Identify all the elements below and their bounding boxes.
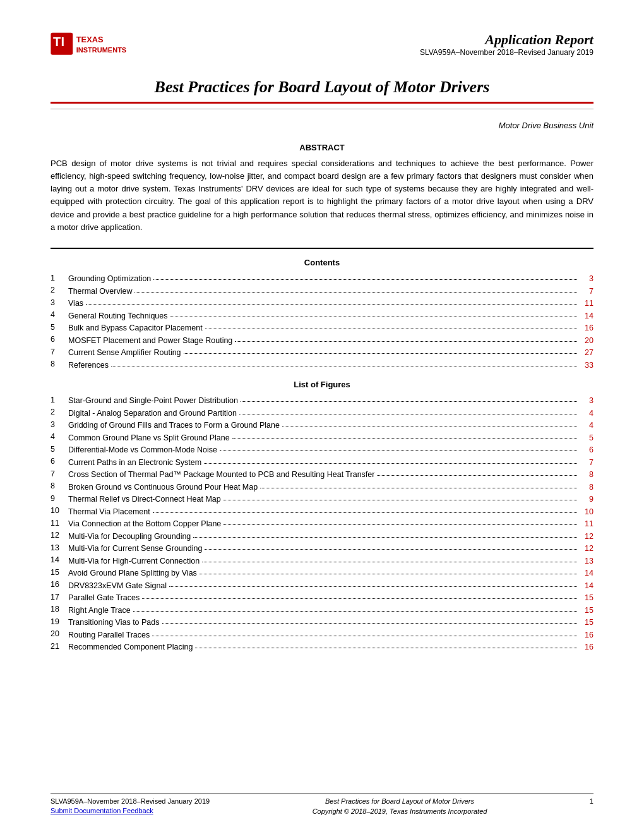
- title-separator: [51, 109, 593, 109]
- lof-row-num: 14: [51, 554, 68, 567]
- toc-row-content: Grounding Optimization 3: [68, 272, 593, 285]
- lof-row-content: Differential-Mode vs Common-Mode Noise 6: [68, 444, 593, 456]
- lof-row: 5 Differential-Mode vs Common-Mode Noise…: [51, 444, 593, 456]
- page: TI TEXAS INSTRUMENTS Application Report …: [0, 0, 644, 834]
- footer-doc-id: SLVA959A–November 2018–Revised January 2…: [51, 797, 210, 805]
- lof-row-content: Common Ground Plane vs Split Ground Plan…: [68, 431, 593, 444]
- lof-row-page: 16: [580, 631, 593, 639]
- lof-row-page: 15: [580, 618, 593, 627]
- lof-row-label: Recommended Component Placing: [68, 643, 193, 651]
- footer-page-num: 1: [590, 797, 593, 805]
- lof-row-num: 7: [51, 468, 68, 481]
- lof-dots: [377, 468, 577, 476]
- toc-row-page: 3: [580, 274, 593, 283]
- footer-copyright: Copyright © 2018–2019, Texas Instruments…: [313, 807, 487, 815]
- lof-row-num: 12: [51, 529, 68, 542]
- toc-row: 2 Thermal Overview 7: [51, 284, 593, 297]
- toc-row-page: 20: [580, 336, 593, 345]
- toc-dots: [184, 346, 577, 354]
- lof-row-page: 14: [580, 569, 593, 577]
- lof-row: 17 Parallel Gate Traces 15: [51, 591, 593, 604]
- toc-row-num: 5: [51, 322, 68, 334]
- lof-row: 18 Right Angle Trace 15: [51, 603, 593, 616]
- lof-row: 4 Common Ground Plane vs Split Ground Pl…: [51, 431, 593, 444]
- lof-row-page: 9: [580, 495, 593, 504]
- lof-dots: [205, 542, 577, 550]
- lof-row: 2 Digital - Analog Separation and Ground…: [51, 406, 593, 419]
- abstract-divider: [51, 248, 593, 249]
- footer-doc-title: Best Practices for Board Layout of Motor…: [313, 797, 487, 805]
- lof-row: 15 Avoid Ground Plane Splitting by Vias …: [51, 567, 593, 579]
- lof-row-label: Broken Ground vs Continuous Ground Pour …: [68, 483, 258, 492]
- lof-row-num: 5: [51, 444, 68, 456]
- lof-row-num: 18: [51, 603, 68, 616]
- svg-text:TEXAS: TEXAS: [76, 35, 104, 44]
- toc-row-content: Thermal Overview 7: [68, 284, 593, 297]
- svg-text:INSTRUMENTS: INSTRUMENTS: [76, 46, 126, 54]
- lof-row: 10 Thermal Via Placement 10: [51, 505, 593, 517]
- logo-area: TI TEXAS INSTRUMENTS: [51, 32, 126, 66]
- lof-row-page: 5: [580, 433, 593, 442]
- lof-row-label: Avoid Ground Plane Splitting by Vias: [68, 569, 197, 577]
- lof-row-page: 3: [580, 396, 593, 405]
- lof-row-page: 15: [580, 593, 593, 602]
- toc-row-label: Thermal Overview: [68, 287, 132, 296]
- lof-row-num: 2: [51, 406, 68, 419]
- abstract-body: PCB design of motor drive systems is not…: [51, 157, 593, 234]
- toc-row-page: 16: [580, 323, 593, 332]
- lof-row-num: 20: [51, 628, 68, 641]
- lof-row-content: Broken Ground vs Continuous Ground Pour …: [68, 480, 593, 493]
- lof-dots: [200, 567, 577, 575]
- toc-row-num: 3: [51, 297, 68, 310]
- lof-row-label: Parallel Gate Traces: [68, 593, 140, 602]
- lof-row-content: Multi-Via for Decoupling Grounding 12: [68, 529, 593, 542]
- lof-row-page: 4: [580, 409, 593, 418]
- toc-row: 7 Current Sense Amplifier Routing 27: [51, 346, 593, 359]
- lof-section: List of Figures 1 Star-Ground and Single…: [51, 380, 593, 653]
- lof-dots: [241, 394, 577, 402]
- lof-row-page: 10: [580, 507, 593, 516]
- lof-row-page: 8: [580, 483, 593, 492]
- lof-row-page: 6: [580, 445, 593, 454]
- toc-row-page: 27: [580, 348, 593, 357]
- svg-text:TI: TI: [53, 35, 64, 49]
- toc-row-content: Vias 11: [68, 297, 593, 310]
- lof-row-label: Via Connection at the Bottom Copper Plan…: [68, 519, 221, 528]
- lof-row-num: 6: [51, 456, 68, 468]
- lof-row-page: 16: [580, 643, 593, 651]
- lof-row-label: Gridding of Ground Fills and Traces to F…: [68, 421, 280, 430]
- toc-row: 1 Grounding Optimization 3: [51, 272, 593, 285]
- lof-row-label: Cross Section of Thermal Pad™ Package Mo…: [68, 470, 374, 479]
- submit-feedback-link[interactable]: Submit Documentation Feedback: [51, 807, 210, 814]
- toc-row-content: Bulk and Bypass Capacitor Placement 16: [68, 322, 593, 334]
- toc-row-label: MOSFET Placement and Power Stage Routing: [68, 336, 232, 345]
- app-report-block: Application Report SLVA959A–November 201…: [420, 32, 593, 57]
- lof-dots: [142, 591, 577, 600]
- toc-row-num: 6: [51, 334, 68, 346]
- toc-row-label: Bulk and Bypass Capacitor Placement: [68, 323, 203, 332]
- lof-row-num: 10: [51, 505, 68, 517]
- lof-row-label: Differential-Mode vs Common-Mode Noise: [68, 445, 217, 454]
- toc-row: 8 References 33: [51, 358, 593, 371]
- lof-row-content: Multi-Via for Current Sense Grounding 12: [68, 542, 593, 555]
- lof-dots: [153, 505, 577, 513]
- lof-dots: [193, 529, 577, 538]
- toc-row-content: General Routing Techniques 14: [68, 309, 593, 322]
- lof-row: 21 Recommended Component Placing 16: [51, 641, 593, 653]
- lof-row: 20 Routing Parallel Traces 16: [51, 628, 593, 641]
- toc-row-content: Current Sense Amplifier Routing 27: [68, 346, 593, 359]
- lof-dots: [195, 641, 577, 649]
- lof-row: 8 Broken Ground vs Continuous Ground Pou…: [51, 480, 593, 493]
- toc-row: 6 MOSFET Placement and Power Stage Routi…: [51, 334, 593, 346]
- lof-row-content: Star-Ground and Single-Point Power Distr…: [68, 394, 593, 407]
- lof-row-label: Common Ground Plane vs Split Ground Plan…: [68, 433, 230, 442]
- lof-dots: [224, 517, 577, 526]
- abstract-heading: ABSTRACT: [51, 143, 593, 152]
- lof-row-num: 9: [51, 493, 68, 505]
- toc-row-label: Grounding Optimization: [68, 274, 151, 283]
- lof-row-content: Thermal Via Placement 10: [68, 505, 593, 517]
- lof-row-content: Cross Section of Thermal Pad™ Package Mo…: [68, 468, 593, 481]
- toc-row-label: References: [68, 361, 109, 370]
- lof-row: 14 Multi-Via for High-Current Connection…: [51, 554, 593, 567]
- toc-dots: [134, 284, 577, 293]
